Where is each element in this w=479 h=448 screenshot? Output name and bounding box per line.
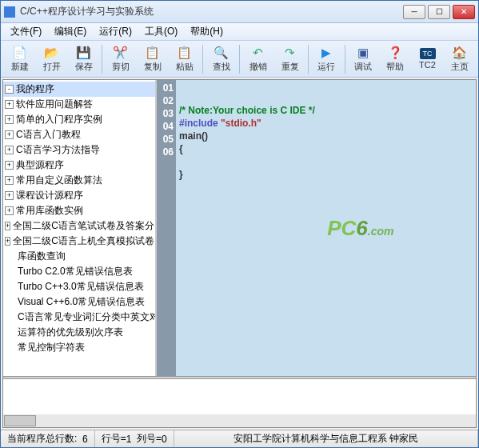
code-line[interactable]: main() [179, 130, 473, 142]
tree-item[interactable]: +C语言学习方法指导 [3, 142, 155, 158]
redo-button[interactable]: ↷重复 [274, 43, 305, 75]
run-button[interactable]: ▶运行 [311, 43, 342, 75]
tree-item[interactable]: +软件应用问题解答 [3, 97, 155, 112]
tree-item[interactable]: +常用库函数实例 [3, 203, 155, 218]
window-title: C/C++程序设计学习与实验系统 [20, 5, 403, 18]
expand-icon[interactable]: + [5, 237, 10, 246]
tree-item[interactable]: +典型源程序 [3, 158, 155, 173]
client-area: -我的程序+软件应用问题解答+简单的入门程序实例+C语言入门教程+C语言学习方法… [2, 79, 477, 428]
tree-item-label: 全国二级C语言笔试试卷及答案分 [13, 219, 154, 233]
toolbar: 📄新建 📂打开 💾保存 ✂️剪切 📋复制 📋粘贴 🔍查找 ↶撤销 ↷重复 ▶运行… [1, 41, 478, 78]
paste-button[interactable]: 📋粘贴 [169, 43, 200, 75]
tree-item[interactable]: +常用自定义函数算法 [3, 173, 155, 188]
tree-item-label: 常用自定义函数算法 [16, 174, 102, 187]
cut-button[interactable]: ✂️剪切 [105, 43, 136, 75]
close-button[interactable]: ✕ [453, 5, 475, 19]
maximize-button[interactable]: ☐ [428, 5, 450, 19]
watermark: PC6.com [258, 191, 394, 266]
expand-icon[interactable]: + [5, 206, 14, 215]
toolbar-separator [202, 45, 203, 74]
save-button[interactable]: 💾保存 [68, 43, 99, 75]
open-button[interactable]: 📂打开 [36, 43, 67, 75]
line-number: 04 [157, 120, 176, 133]
tree-item[interactable]: 库函数查询 [3, 249, 155, 264]
status-total-lines: 当前程序总行数: 6 [1, 430, 95, 447]
new-button[interactable]: 📄新建 [4, 43, 35, 75]
line-number: 03 [157, 107, 176, 120]
menubar: 文件(F) 编辑(E) 运行(R) 工具(O) 帮助(H) [1, 23, 478, 41]
tree-item[interactable]: +课程设计源程序 [3, 188, 155, 203]
search-icon: 🔍 [214, 46, 229, 60]
expand-icon[interactable]: + [5, 130, 14, 139]
line-number: 01 [157, 82, 176, 94]
expand-icon[interactable]: + [5, 161, 14, 170]
menu-edit[interactable]: 编辑(E) [48, 23, 93, 40]
tree-item[interactable]: +简单的入门程序实例 [3, 112, 155, 127]
code-line[interactable] [179, 155, 473, 168]
toolbar-separator [102, 45, 102, 74]
new-file-icon: 📄 [13, 46, 27, 60]
tree-item-label: Turbo C2.0常见错误信息表 [18, 265, 133, 278]
tree-item[interactable]: Turbo C2.0常见错误信息表 [3, 264, 155, 279]
code-line[interactable]: { [179, 142, 473, 155]
minimize-button[interactable]: ─ [403, 5, 425, 19]
line-gutter: 010203040506 [157, 80, 176, 376]
tree-item-label: 课程设计源程序 [16, 189, 83, 202]
help-icon: ❓ [388, 46, 402, 60]
tree-item[interactable]: +全国二级C语言笔试试卷及答案分 [3, 218, 155, 234]
main-window: C/C++程序设计学习与实验系统 ─ ☐ ✕ 文件(F) 编辑(E) 运行(R)… [0, 0, 479, 448]
tree-item[interactable]: 常见控制字符表 [3, 340, 155, 355]
expand-icon[interactable]: + [5, 191, 14, 200]
code-line[interactable]: } [179, 168, 473, 181]
expand-icon[interactable]: + [5, 115, 14, 124]
menu-help[interactable]: 帮助(H) [184, 23, 230, 40]
line-number: 02 [157, 94, 176, 107]
tree-item[interactable]: Visual C++6.0常见错误信息表 [3, 294, 155, 310]
home-button[interactable]: 🏠主页 [444, 43, 475, 75]
tree-item[interactable]: -我的程序 [3, 82, 155, 97]
app-icon [4, 6, 15, 18]
tree-item-label: Turbo C++3.0常见错误信息表 [18, 280, 144, 294]
toolbar-separator [239, 45, 240, 74]
tree-item-label: Visual C++6.0常见错误信息表 [18, 295, 145, 309]
copy-button[interactable]: 📋复制 [137, 43, 168, 75]
line-number: 06 [157, 146, 176, 158]
expand-icon[interactable]: + [5, 222, 10, 230]
line-number: 05 [157, 133, 176, 146]
tree-item-label: C语言学习方法指导 [16, 143, 100, 157]
tree-panel[interactable]: -我的程序+软件应用问题解答+简单的入门程序实例+C语言入门教程+C语言学习方法… [3, 80, 157, 376]
output-content[interactable] [3, 379, 476, 414]
paste-icon: 📋 [178, 46, 192, 60]
debug-button[interactable]: ▣调试 [348, 43, 379, 75]
tree-item[interactable]: C语言常见专业词汇分类中英文对 [3, 310, 155, 325]
titlebar[interactable]: C/C++程序设计学习与实验系统 ─ ☐ ✕ [1, 1, 478, 23]
code-area[interactable]: /* Note:Your choice is C IDE */#include … [176, 80, 476, 376]
horizontal-scrollbar[interactable] [3, 414, 476, 427]
debug-icon: ▣ [356, 46, 370, 60]
tree-item[interactable]: +全国二级C语言上机全真模拟试卷 [3, 234, 155, 249]
output-panel[interactable] [3, 379, 476, 427]
expand-icon[interactable]: + [5, 100, 14, 109]
statusbar: 当前程序总行数: 6 行号=1 列号=0 安阳工学院计算机科学与信息工程系 钟家… [1, 430, 478, 447]
tree-item[interactable]: Turbo C++3.0常见错误信息表 [3, 279, 155, 294]
tree-item-label: 常见控制字符表 [18, 341, 85, 354]
undo-button[interactable]: ↶撤销 [242, 43, 273, 75]
expand-icon[interactable]: + [5, 176, 14, 185]
menu-tools[interactable]: 工具(O) [138, 23, 184, 40]
code-line[interactable]: /* Note:Your choice is C IDE */ [179, 104, 473, 117]
menu-file[interactable]: 文件(F) [4, 23, 48, 40]
redo-icon: ↷ [283, 46, 297, 60]
tree-item[interactable]: 运算符的优先级别次序表 [3, 325, 155, 340]
collapse-icon[interactable]: - [5, 85, 14, 94]
expand-icon[interactable]: + [5, 146, 14, 154]
tc2-button[interactable]: TCTC2 [412, 43, 443, 75]
tree-item-label: 运算符的优先级别次序表 [18, 326, 123, 339]
find-button[interactable]: 🔍查找 [206, 43, 237, 75]
code-editor[interactable]: 010203040506 /* Note:Your choice is C ID… [157, 80, 476, 376]
code-line[interactable]: #include "stdio.h" [179, 117, 473, 130]
help-button[interactable]: ❓帮助 [380, 43, 411, 75]
menu-run[interactable]: 运行(R) [93, 23, 138, 40]
tree-item-label: C语言常见专业词汇分类中英文对 [18, 310, 157, 324]
tree-item[interactable]: +C语言入门教程 [3, 127, 155, 142]
scrollbar-thumb[interactable] [4, 415, 36, 426]
